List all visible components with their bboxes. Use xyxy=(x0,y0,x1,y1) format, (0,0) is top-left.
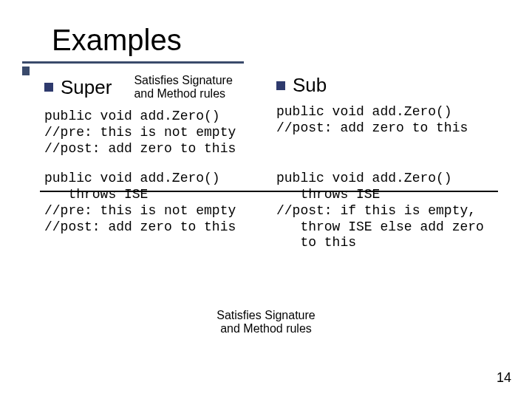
right-column: Sub public void add.Zero() //post: add z… xyxy=(276,69,495,160)
right-heading-row: Sub xyxy=(276,74,495,97)
title-tick-icon xyxy=(22,66,30,75)
left-heading-row: Super Satisfies Signature and Method rul… xyxy=(44,74,263,101)
bottom-satisfies-note: Satisfies Signature and Method rules xyxy=(0,309,532,336)
note-line: and Method rules xyxy=(0,322,532,335)
right-heading: Sub xyxy=(293,74,327,97)
title-block: Examples xyxy=(44,24,495,64)
square-bullet-icon xyxy=(44,83,53,92)
left-code-block-2: public void add.Zero() throws ISE //pre:… xyxy=(44,171,263,236)
square-bullet-icon xyxy=(276,81,285,90)
left-heading: Super xyxy=(61,76,112,99)
left-code-block-1: public void add.Zero() //pre: this is no… xyxy=(44,109,263,157)
note-line: and Method rules xyxy=(134,87,232,100)
left-column: Super Satisfies Signature and Method rul… xyxy=(44,69,263,160)
page-number: 14 xyxy=(497,370,511,386)
columns-lower: public void add.Zero() throws ISE //pre:… xyxy=(44,171,495,255)
note-line: Satisfies Signature xyxy=(0,309,532,322)
slide-title: Examples xyxy=(52,24,495,57)
note-line: Satisfies Signature xyxy=(134,74,232,87)
left-column-lower: public void add.Zero() throws ISE //pre:… xyxy=(44,171,263,255)
columns: Super Satisfies Signature and Method rul… xyxy=(44,69,495,160)
right-code-block-1: public void add.Zero() //post: add zero … xyxy=(276,104,495,137)
title-underline xyxy=(22,61,244,64)
top-satisfies-note: Satisfies Signature and Method rules xyxy=(134,74,232,101)
right-code-block-2: public void add.Zero() throws ISE //post… xyxy=(276,171,495,252)
right-column-lower: public void add.Zero() throws ISE //post… xyxy=(276,171,495,255)
divider-line xyxy=(40,191,498,192)
slide: Examples Super Satisfies Signature and M… xyxy=(0,0,532,399)
